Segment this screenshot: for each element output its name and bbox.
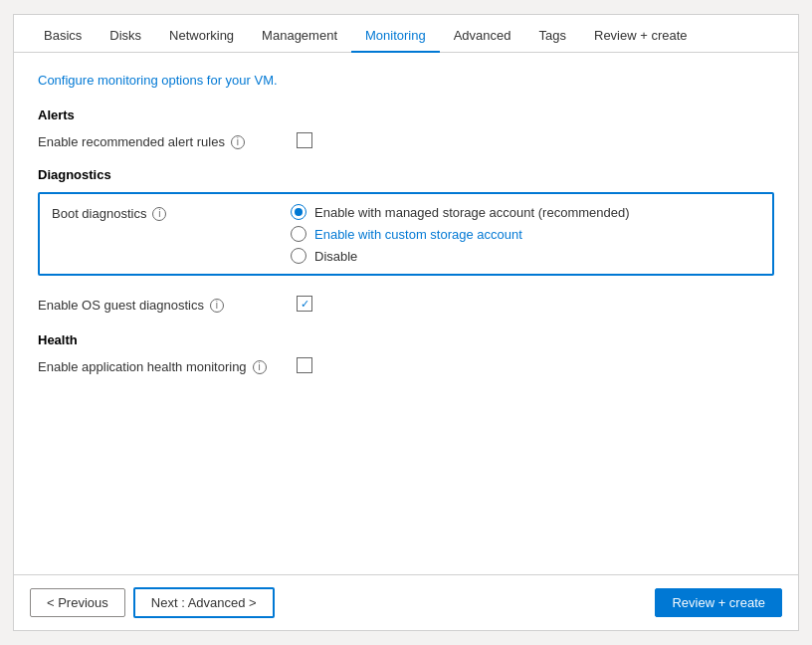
radio-custom-label[interactable]: Enable with custom storage account bbox=[314, 227, 522, 242]
radio-option-custom[interactable]: Enable with custom storage account bbox=[291, 226, 630, 242]
guest-diag-field-row: Enable OS guest diagnostics i bbox=[38, 296, 774, 313]
tab-advanced[interactable]: Advanced bbox=[440, 20, 525, 53]
tab-management[interactable]: Management bbox=[248, 20, 351, 53]
footer: < Previous Next : Advanced > Review + cr… bbox=[14, 574, 798, 630]
health-section: Health Enable application health monitor… bbox=[38, 332, 774, 374]
radio-circle-custom bbox=[291, 226, 306, 242]
boot-diagnostics-options: Enable with managed storage account (rec… bbox=[291, 204, 630, 264]
radio-managed-label: Enable with managed storage account (rec… bbox=[314, 205, 630, 220]
guest-diagnostics-row: Enable OS guest diagnostics i bbox=[38, 296, 774, 313]
next-button[interactable]: Next : Advanced > bbox=[133, 587, 275, 618]
tab-bar: Basics Disks Networking Management Monit… bbox=[14, 15, 798, 53]
main-window: Basics Disks Networking Management Monit… bbox=[13, 14, 799, 631]
tab-basics[interactable]: Basics bbox=[30, 20, 96, 53]
guest-diag-label: Enable OS guest diagnostics i bbox=[38, 296, 297, 313]
health-info-icon[interactable]: i bbox=[253, 360, 267, 374]
tab-disks[interactable]: Disks bbox=[96, 20, 155, 53]
radio-disable-label: Disable bbox=[314, 249, 357, 264]
alerts-info-icon[interactable]: i bbox=[231, 135, 245, 149]
tab-review-create[interactable]: Review + create bbox=[580, 20, 702, 53]
diagnostics-section-title: Diagnostics bbox=[38, 167, 774, 182]
tab-tags[interactable]: Tags bbox=[525, 20, 580, 53]
radio-option-managed[interactable]: Enable with managed storage account (rec… bbox=[291, 204, 630, 220]
alerts-checkbox[interactable] bbox=[297, 132, 312, 148]
health-field-label: Enable application health monitoring i bbox=[38, 357, 297, 374]
boot-diagnostics-info-icon[interactable]: i bbox=[152, 207, 166, 221]
boot-diagnostics-label: Boot diagnostics i bbox=[52, 204, 291, 221]
intro-text: Configure monitoring options for your VM… bbox=[38, 73, 774, 88]
guest-diag-info-icon[interactable]: i bbox=[210, 299, 224, 313]
alerts-field-label: Enable recommended alert rules i bbox=[38, 132, 297, 149]
boot-diagnostics-text: Boot diagnostics bbox=[52, 206, 146, 221]
radio-circle-managed bbox=[291, 204, 306, 220]
alerts-section-title: Alerts bbox=[38, 108, 774, 122]
health-section-title: Health bbox=[38, 332, 774, 347]
tab-networking[interactable]: Networking bbox=[155, 20, 248, 53]
content-area: Configure monitoring options for your VM… bbox=[14, 53, 798, 574]
diagnostics-box: Boot diagnostics i Enable with managed s… bbox=[38, 192, 774, 276]
diagnostics-section: Diagnostics Boot diagnostics i Enable wi… bbox=[38, 167, 774, 276]
review-create-button[interactable]: Review + create bbox=[655, 588, 782, 617]
radio-circle-disable bbox=[291, 248, 306, 264]
alerts-field-row: Enable recommended alert rules i bbox=[38, 132, 774, 149]
health-field-row: Enable application health monitoring i bbox=[38, 357, 774, 374]
previous-button[interactable]: < Previous bbox=[30, 588, 125, 617]
alerts-label-text: Enable recommended alert rules bbox=[38, 134, 225, 149]
radio-option-disable[interactable]: Disable bbox=[291, 248, 630, 264]
guest-diag-text: Enable OS guest diagnostics bbox=[38, 298, 204, 313]
tab-monitoring[interactable]: Monitoring bbox=[351, 20, 440, 53]
guest-diag-checkbox[interactable] bbox=[297, 296, 312, 312]
health-checkbox[interactable] bbox=[297, 357, 312, 373]
health-label-text: Enable application health monitoring bbox=[38, 359, 247, 374]
